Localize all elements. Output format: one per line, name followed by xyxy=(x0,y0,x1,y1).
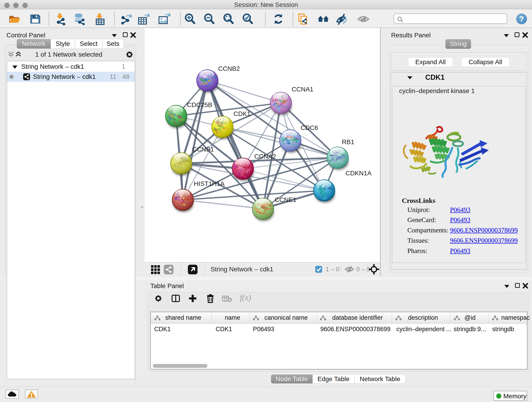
svg-text:RB1: RB1 xyxy=(342,138,354,146)
svg-text:CCNB1: CCNB1 xyxy=(192,146,214,153)
svg-text:CDC25B: CDC25B xyxy=(187,101,212,108)
svg-text:CCNA2: CCNA2 xyxy=(254,153,276,160)
svg-text:CDK1: CDK1 xyxy=(234,110,251,117)
svg-text:CCNA1: CCNA1 xyxy=(292,86,313,93)
svg-text:HIST1H1A: HIST1H1A xyxy=(194,180,225,187)
svg-text:CCNB2: CCNB2 xyxy=(218,65,240,72)
svg-text:CCNE1: CCNE1 xyxy=(275,196,297,203)
svg-text:CDC6: CDC6 xyxy=(301,124,318,131)
svg-text:CDKN1A: CDKN1A xyxy=(346,170,372,177)
